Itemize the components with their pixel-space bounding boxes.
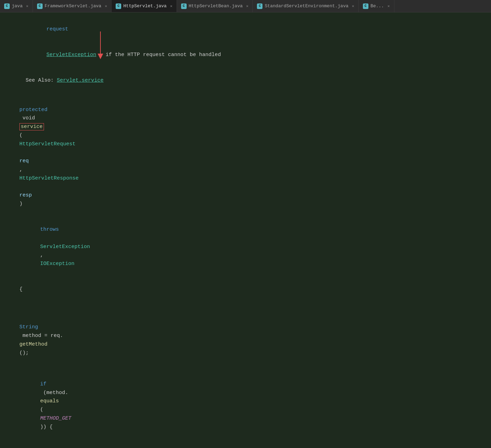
tab-icon-framework: C	[37, 3, 43, 9]
tab-icon-httpservletbean: C	[181, 3, 187, 9]
tab-be[interactable]: C Be... ✕	[359, 0, 394, 12]
service-method-highlight: service	[19, 123, 44, 130]
tab-icon-httpservlet: C	[116, 3, 121, 9]
throws-line: throws ServletException , IOException	[7, 217, 484, 277]
tab-close-httpservletbean[interactable]: ✕	[246, 4, 249, 8]
method-signature-line: protected void service ( HttpServletRequ…	[7, 97, 484, 217]
tab-close-httpservlet[interactable]: ✕	[170, 4, 172, 8]
doc-line-seealso: See Also: Servlet.service	[7, 68, 484, 94]
tab-label-java: java	[12, 3, 23, 9]
doc-section: request ServletException – if the HTTP r…	[7, 17, 484, 94]
if-get-line: if (method. equals ( METHOD_GET )) {	[7, 372, 484, 440]
tab-icon-standardservlet: C	[257, 3, 262, 9]
tab-close-be[interactable]: ✕	[387, 4, 390, 8]
tab-icon-be: C	[363, 3, 368, 9]
tab-icon-java: C	[4, 3, 10, 9]
tab-close-java[interactable]: ✕	[26, 4, 28, 8]
editor-area: request ServletException – if the HTTP r…	[0, 12, 491, 448]
tab-label-standardservlet: StandardServletEnvironment.java	[265, 3, 348, 9]
doc-line-exception: ServletException – if the HTTP request c…	[7, 42, 484, 68]
doc-line-request: request	[7, 17, 484, 42]
open-brace: {	[7, 277, 484, 303]
tab-httpservletbean[interactable]: C HttpServletBean.java ✕	[177, 0, 253, 12]
tab-java[interactable]: C java ✕	[0, 0, 33, 12]
tab-label-framework: FrameworkServlet.java	[45, 3, 101, 9]
tab-frameworkservlet[interactable]: C FrameworkServlet.java ✕	[33, 0, 111, 12]
tab-bar: C java ✕ C FrameworkServlet.java ✕ C Htt…	[0, 0, 491, 12]
tab-standardservlet[interactable]: C StandardServletEnvironment.java ✕	[253, 0, 358, 12]
tab-label-httpservletbean: HttpServletBean.java	[189, 3, 243, 9]
string-method-line: String method = req. getMethod ();	[7, 306, 484, 366]
tab-httpservlet[interactable]: C HttpServlet.java ✕	[111, 0, 177, 12]
lastmod-get-line: long lastModified = getLastModified (req…	[7, 440, 484, 448]
tab-close-standardservlet[interactable]: ✕	[352, 4, 354, 8]
tab-close-framework[interactable]: ✕	[105, 4, 107, 8]
tab-label-httpservlet: HttpServlet.java	[123, 3, 167, 9]
tab-label-be: Be...	[371, 3, 384, 9]
